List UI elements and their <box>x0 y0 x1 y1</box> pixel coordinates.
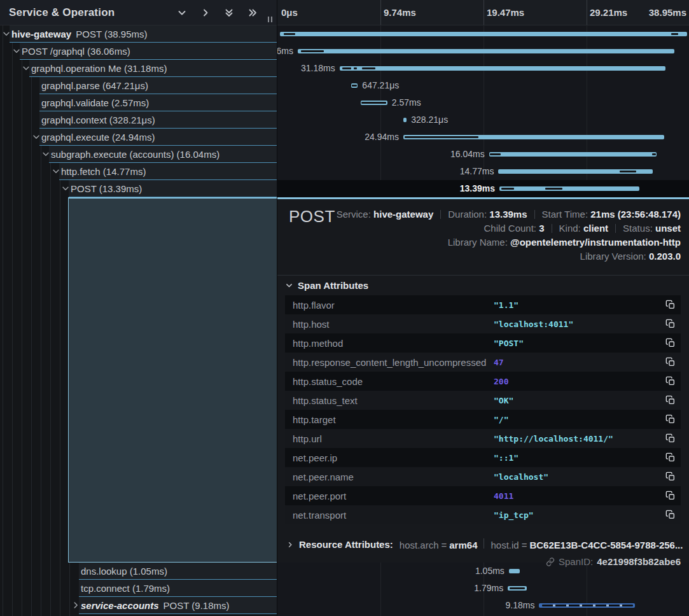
expand-one-icon[interactable] <box>200 8 211 18</box>
chevron-down-icon[interactable] <box>2 29 11 38</box>
child-span-segment <box>620 171 636 172</box>
span-duration-bar[interactable] <box>351 83 358 88</box>
span-name: graphql.context (328.21μs) <box>41 115 155 125</box>
span-row[interactable]: POST (13.39ms) <box>0 180 277 197</box>
span-row[interactable]: dns.lookup (1.05ms) <box>0 563 277 580</box>
attribute-key: http.url <box>285 433 322 444</box>
span-row[interactable]: graphql.validate (2.57ms) <box>0 94 277 111</box>
span-row[interactable]: POST /graphql (36.06ms) <box>0 43 277 60</box>
copy-icon[interactable] <box>665 395 676 405</box>
copy-icon[interactable] <box>665 414 676 424</box>
timeline-row[interactable]: 16.04ms <box>277 146 689 163</box>
span-duration-label: 36.06ms <box>277 43 293 60</box>
timeline-row[interactable]: 14.77ms <box>277 163 689 180</box>
chevron-down-icon[interactable] <box>52 167 60 176</box>
span-duration-bar[interactable] <box>403 118 407 122</box>
copy-icon[interactable] <box>665 491 676 501</box>
span-duration-label: 2.57ms <box>392 94 421 111</box>
span-attributes-header[interactable]: Span Attributes <box>285 280 368 291</box>
overview-value: @opentelemetry/instrumentation-http <box>510 237 681 248</box>
axis-tick: 29.21ms <box>590 0 627 25</box>
span-name: http.fetch (14.77ms) <box>61 166 146 177</box>
span-row[interactable]: service-accountsPOST (9.18ms) <box>0 597 277 614</box>
span-duration-label: 16.04ms <box>450 146 485 163</box>
collapse-all-icon[interactable] <box>224 8 234 18</box>
copy-icon[interactable] <box>665 452 676 463</box>
copy-icon[interactable] <box>665 319 676 329</box>
divider <box>552 224 552 233</box>
span-row[interactable]: subgraph.execute (accounts) (16.04ms) <box>0 146 277 163</box>
span-name: POST (13.39ms) <box>71 183 142 194</box>
span-row-content: graphql.operation Me (31.18ms) <box>29 60 277 77</box>
copy-icon[interactable] <box>665 376 676 386</box>
collapse-one-icon[interactable] <box>177 8 187 18</box>
copy-icon[interactable] <box>665 338 676 348</box>
attribute-value: "POST" <box>494 339 524 348</box>
chevron-down-icon[interactable] <box>12 46 21 55</box>
attribute-key: http.status_text <box>285 395 358 406</box>
span-duration-bar[interactable] <box>298 49 675 53</box>
span-row-content: service-accountsPOST (9.18ms) <box>79 597 277 614</box>
resource-value: arm64 <box>449 540 477 550</box>
chevron-down-icon[interactable] <box>32 132 41 141</box>
chevron-down-icon[interactable] <box>22 64 31 73</box>
span-duration-bar[interactable] <box>340 66 665 71</box>
timeline-row[interactable]: 1.79ms <box>277 580 689 597</box>
timeline-axis: 0μs 9.74ms 19.47ms 29.21ms 38.95ms <box>277 0 689 25</box>
divider <box>440 210 441 219</box>
attribute-row: http.target"/" <box>285 410 681 429</box>
span-duration-bar[interactable] <box>403 135 664 139</box>
span-name: POST /graphql (36.06ms) <box>22 46 130 57</box>
timeline-row[interactable]: 31.18ms <box>277 60 689 77</box>
resource-key: host.id <box>491 540 518 550</box>
span-row[interactable]: graphql.parse (647.21μs) <box>0 77 277 94</box>
resource-key: host.arch <box>400 540 439 550</box>
span-row[interactable]: tcp.connect (1.79ms) <box>0 580 277 597</box>
attribute-value: 4011 <box>494 491 513 501</box>
span-duration-bar[interactable] <box>280 32 687 36</box>
copy-icon[interactable] <box>665 300 676 310</box>
span-row[interactable]: http.fetch (14.77ms) <box>0 163 277 180</box>
timeline-row[interactable]: 13.39ms <box>277 180 689 197</box>
expand-all-icon[interactable] <box>247 8 258 18</box>
timeline-row[interactable]: 328.21μs <box>277 111 689 129</box>
timeline-row[interactable]: 36.06ms <box>277 43 689 60</box>
span-duration-bar[interactable] <box>508 586 526 591</box>
child-span-segment <box>361 102 386 104</box>
chevron-right-icon[interactable] <box>71 601 80 610</box>
timeline-row[interactable]: 9.18ms <box>277 597 689 614</box>
span-duration-bar[interactable] <box>509 569 520 573</box>
attribute-row: http.status_text"OK" <box>285 391 681 410</box>
timeline-row[interactable]: 647.21μs <box>277 77 689 94</box>
attribute-row: http.method"POST" <box>285 333 681 353</box>
copy-icon[interactable] <box>665 433 676 444</box>
axis-tick: 9.74ms <box>384 0 416 25</box>
overview-value: hive-gateway <box>373 209 433 220</box>
copy-icon[interactable] <box>665 510 676 520</box>
copy-icon[interactable] <box>665 472 676 482</box>
span-duration-bar[interactable] <box>499 186 639 191</box>
span-row[interactable]: graphql.context (328.21μs) <box>0 111 277 129</box>
divider <box>484 538 484 549</box>
attribute-key: net.transport <box>285 510 346 521</box>
column-resize-grip-icon[interactable] <box>267 17 273 23</box>
span-row[interactable]: hive-gatewayPOST (38.95ms) <box>0 25 277 43</box>
resource-attributes-row[interactable]: Resource Attributes: host.arch=arm64host… <box>286 538 683 550</box>
timeline-row[interactable]: 38.95ms <box>277 25 689 43</box>
span-row[interactable]: graphql.operation Me (31.18ms) <box>0 60 277 77</box>
timeline-row[interactable]: 24.94ms <box>277 129 689 146</box>
span-duration-bar[interactable] <box>361 101 387 105</box>
child-span-segment <box>362 67 375 69</box>
timeline-rows-bottom: 1.05ms1.79ms9.18ms <box>277 563 689 616</box>
chevron-down-icon[interactable] <box>61 184 70 193</box>
span-row-content: dns.lookup (1.05ms) <box>79 563 277 580</box>
span-duration-bar[interactable] <box>489 152 657 157</box>
timeline-row[interactable]: 1.05ms <box>277 563 689 580</box>
tree-header-icons <box>177 0 258 25</box>
copy-icon[interactable] <box>665 357 676 367</box>
span-row[interactable]: graphql.execute (24.94ms) <box>0 129 277 146</box>
span-duration-bar[interactable] <box>498 169 653 174</box>
span-duration-bar[interactable] <box>539 603 635 608</box>
chevron-down-icon[interactable] <box>41 150 50 158</box>
timeline-row[interactable]: 2.57ms <box>277 94 689 111</box>
